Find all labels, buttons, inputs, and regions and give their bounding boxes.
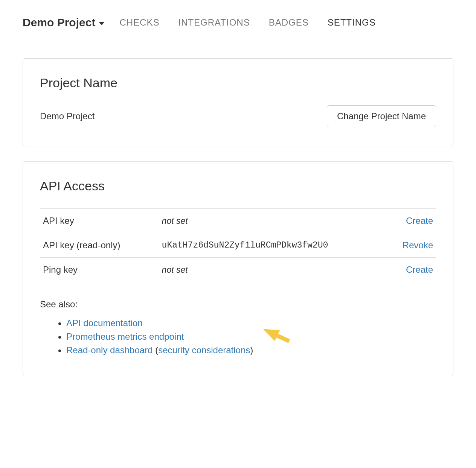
api-key-readonly-revoke-link[interactable]: Revoke xyxy=(403,240,433,250)
tab-checks[interactable]: CHECKS xyxy=(119,0,159,45)
paren-close: ) xyxy=(250,345,253,355)
see-also-label: See also: xyxy=(40,299,436,310)
change-project-name-button[interactable]: Change Project Name xyxy=(327,105,436,127)
paren-open: ( xyxy=(153,345,159,355)
ping-key-value: not set xyxy=(159,258,357,282)
api-key-create-link[interactable]: Create xyxy=(406,216,433,226)
tab-integrations[interactable]: INTEGRATIONS xyxy=(178,0,250,45)
api-access-panel: API Access API key not set Create API ke… xyxy=(23,161,453,376)
project-dropdown[interactable]: Demo Project xyxy=(23,16,104,29)
tab-settings[interactable]: SETTINGS xyxy=(328,0,376,45)
navbar: Demo Project CHECKS INTEGRATIONS BADGES … xyxy=(0,0,476,45)
tab-badges[interactable]: BADGES xyxy=(269,0,309,45)
project-name-value: Demo Project xyxy=(40,111,95,122)
list-item: Prometheus metrics endpoint xyxy=(66,330,436,343)
ping-key-label: Ping key xyxy=(40,258,159,282)
api-key-readonly-label: API key (read-only) xyxy=(40,233,159,258)
prometheus-endpoint-link[interactable]: Prometheus metrics endpoint xyxy=(66,331,184,342)
list-item: API documentation xyxy=(66,316,436,330)
project-dropdown-label: Demo Project xyxy=(23,16,95,29)
api-key-label: API key xyxy=(40,209,159,233)
readonly-dashboard-link[interactable]: Read-only dashboard xyxy=(66,345,153,355)
nav-tabs: CHECKS INTEGRATIONS BADGES SETTINGS xyxy=(119,0,375,45)
table-row: API key not set Create xyxy=(40,209,436,233)
security-considerations-link[interactable]: security considerations xyxy=(158,345,250,355)
table-row: Ping key not set Create xyxy=(40,258,436,282)
project-name-row: Demo Project Change Project Name xyxy=(40,105,436,127)
project-name-heading: Project Name xyxy=(40,76,436,90)
table-row: API key (read-only) uKatH7z6dSuN2Zyf1luR… xyxy=(40,233,436,258)
ping-key-create-link[interactable]: Create xyxy=(406,264,433,275)
api-documentation-link[interactable]: API documentation xyxy=(66,318,143,328)
api-key-readonly-value: uKatH7z6dSuN2Zyf1luRCmPDkw3fw2U0 xyxy=(159,233,357,258)
see-also-list: API documentation Prometheus metrics end… xyxy=(40,316,436,357)
api-key-value: not set xyxy=(159,209,357,233)
caret-down-icon xyxy=(99,22,104,25)
main-content: Project Name Demo Project Change Project… xyxy=(0,45,476,404)
api-keys-table: API key not set Create API key (read-onl… xyxy=(40,208,436,282)
api-access-heading: API Access xyxy=(40,179,436,193)
project-name-panel: Project Name Demo Project Change Project… xyxy=(23,58,453,146)
list-item: Read-only dashboard (security considerat… xyxy=(66,343,436,357)
